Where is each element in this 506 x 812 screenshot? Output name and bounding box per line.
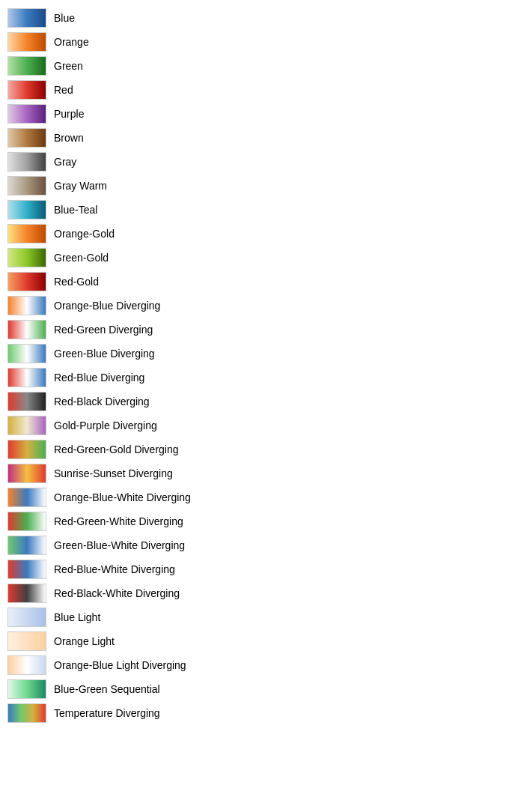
- palette-label: Purple: [54, 108, 84, 120]
- list-item[interactable]: Gray Warm: [7, 174, 499, 198]
- list-item[interactable]: Red-Blue-White Diverging: [7, 557, 499, 581]
- palette-label: Orange-Blue-White Diverging: [54, 491, 191, 503]
- list-item[interactable]: Red-Gold: [7, 270, 499, 294]
- palette-swatch: [7, 104, 46, 124]
- list-item[interactable]: Orange: [7, 30, 499, 54]
- list-item[interactable]: Green: [7, 54, 499, 78]
- list-item[interactable]: Red-Green-Gold Diverging: [7, 437, 499, 461]
- palette-label: Red-Green Diverging: [54, 324, 153, 336]
- palette-label: Red-Blue Diverging: [54, 372, 144, 384]
- palette-label: Blue-Green Sequential: [54, 683, 160, 695]
- list-item[interactable]: Red-Black Diverging: [7, 390, 499, 413]
- palette-swatch: [7, 248, 46, 267]
- palette-label: Temperature Diverging: [54, 707, 160, 719]
- palette-label: Green-Blue-White Diverging: [54, 539, 185, 551]
- list-item[interactable]: Orange-Gold: [7, 222, 499, 246]
- palette-label: Red: [54, 84, 73, 96]
- palette-label: Red-Green-Gold Diverging: [54, 443, 179, 455]
- palette-swatch: [7, 392, 46, 411]
- palette-swatch: [7, 80, 46, 100]
- palette-swatch: [7, 224, 46, 243]
- palette-swatch: [7, 152, 46, 172]
- palette-label: Green: [54, 60, 83, 72]
- palette-swatch: [7, 536, 46, 555]
- palette-label: Red-Blue-White Diverging: [54, 563, 175, 575]
- palette-swatch: [7, 679, 46, 699]
- list-item[interactable]: Blue-Green Sequential: [7, 677, 499, 701]
- palette-swatch: [7, 56, 46, 76]
- palette-list: BlueOrangeGreenRedPurpleBrownGrayGray Wa…: [7, 6, 499, 725]
- list-item[interactable]: Red-Blue Diverging: [7, 366, 499, 390]
- list-item[interactable]: Blue-Teal: [7, 198, 499, 222]
- palette-swatch: [7, 703, 46, 723]
- palette-label: Orange-Blue Light Diverging: [54, 659, 186, 671]
- list-item[interactable]: Red-Green Diverging: [7, 318, 499, 342]
- palette-swatch: [7, 416, 46, 435]
- list-item[interactable]: Red-Black-White Diverging: [7, 581, 499, 605]
- list-item[interactable]: Gray: [7, 150, 499, 174]
- palette-label: Brown: [54, 132, 84, 144]
- list-item[interactable]: Orange-Blue-White Diverging: [7, 485, 499, 509]
- palette-swatch: [7, 608, 46, 627]
- palette-label: Orange-Blue Diverging: [54, 300, 160, 312]
- palette-label: Green-Gold: [54, 252, 109, 264]
- palette-swatch: [7, 32, 46, 52]
- list-item[interactable]: Blue Light: [7, 605, 499, 629]
- palette-swatch: [7, 344, 46, 363]
- palette-label: Orange-Gold: [54, 228, 115, 240]
- palette-label: Red-Green-White Diverging: [54, 515, 183, 527]
- palette-label: Gray Warm: [54, 180, 107, 192]
- palette-swatch: [7, 128, 46, 148]
- palette-swatch: [7, 296, 46, 315]
- palette-label: Red-Gold: [54, 276, 99, 288]
- palette-swatch: [7, 272, 46, 291]
- list-item[interactable]: Blue: [7, 6, 499, 30]
- list-item[interactable]: Purple: [7, 102, 499, 126]
- list-item[interactable]: Green-Blue Diverging: [7, 342, 499, 366]
- palette-swatch: [7, 440, 46, 459]
- list-item[interactable]: Brown: [7, 126, 499, 150]
- palette-swatch: [7, 368, 46, 387]
- palette-swatch: [7, 488, 46, 507]
- list-item[interactable]: Red: [7, 78, 499, 102]
- palette-label: Gold-Purple Diverging: [54, 419, 157, 431]
- palette-label: Blue: [54, 12, 75, 24]
- palette-label: Sunrise-Sunset Diverging: [54, 467, 173, 479]
- palette-label: Red-Black Diverging: [54, 396, 150, 407]
- palette-label: Blue Light: [54, 611, 100, 623]
- list-item[interactable]: Red-Green-White Diverging: [7, 509, 499, 533]
- list-item[interactable]: Temperature Diverging: [7, 701, 499, 725]
- palette-label: Orange Light: [54, 635, 115, 647]
- palette-swatch: [7, 8, 46, 28]
- palette-swatch: [7, 320, 46, 339]
- palette-label: Red-Black-White Diverging: [54, 587, 180, 599]
- palette-swatch: [7, 655, 46, 675]
- palette-label: Orange: [54, 36, 89, 48]
- palette-swatch: [7, 176, 46, 196]
- list-item[interactable]: Sunrise-Sunset Diverging: [7, 461, 499, 485]
- palette-label: Gray: [54, 156, 76, 168]
- palette-label: Green-Blue Diverging: [54, 348, 155, 360]
- palette-swatch: [7, 512, 46, 531]
- palette-swatch: [7, 560, 46, 579]
- palette-swatch: [7, 631, 46, 651]
- list-item[interactable]: Green-Gold: [7, 246, 499, 270]
- palette-swatch: [7, 584, 46, 603]
- list-item[interactable]: Orange Light: [7, 629, 499, 653]
- list-item[interactable]: Gold-Purple Diverging: [7, 413, 499, 437]
- list-item[interactable]: Orange-Blue Light Diverging: [7, 653, 499, 677]
- palette-swatch: [7, 200, 46, 219]
- palette-label: Blue-Teal: [54, 204, 97, 216]
- palette-swatch: [7, 464, 46, 483]
- list-item[interactable]: Green-Blue-White Diverging: [7, 533, 499, 557]
- list-item[interactable]: Orange-Blue Diverging: [7, 294, 499, 318]
